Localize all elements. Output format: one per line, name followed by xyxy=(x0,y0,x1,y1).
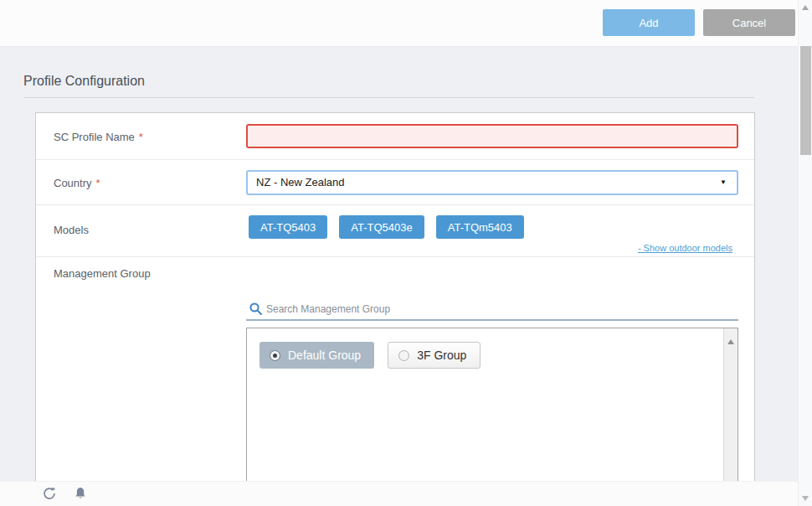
sc-profile-name-label: SC Profile Name* xyxy=(54,130,143,142)
scrollbar-up-icon[interactable] xyxy=(802,5,809,10)
group-option-3f-group[interactable]: 3F Group xyxy=(388,342,481,369)
scrollbar-down-icon[interactable] xyxy=(802,496,809,501)
footer-bar xyxy=(0,481,798,506)
page-scrollbar[interactable] xyxy=(798,0,812,506)
profile-configuration-panel: SC Profile Name* Country* NZ - New Zeala… xyxy=(35,112,755,506)
search-input[interactable] xyxy=(266,301,727,318)
search-icon xyxy=(249,302,263,319)
page-title: Profile Configuration xyxy=(23,74,145,89)
management-group-label: Management Group xyxy=(54,267,151,280)
model-button-at-tqm5403[interactable]: AT-TQm5403 xyxy=(436,215,524,239)
required-asterisk: * xyxy=(96,176,100,188)
radio-selected-icon xyxy=(270,350,280,361)
add-button[interactable]: Add xyxy=(603,9,695,36)
refresh-icon[interactable] xyxy=(42,486,59,503)
sc-profile-name-row: SC Profile Name* xyxy=(36,113,754,160)
management-group-list: Default Group 3F Group xyxy=(246,328,738,505)
sc-profile-name-label-text: SC Profile Name xyxy=(54,130,135,142)
group-list-scrollbar[interactable] xyxy=(723,328,737,505)
management-group-row: Management Group Default Group xyxy=(36,257,754,505)
bell-icon[interactable] xyxy=(73,486,90,503)
radio-unselected-icon xyxy=(398,350,409,361)
app-viewport: Add Cancel Profile Configuration SC Prof… xyxy=(0,0,812,506)
required-asterisk: * xyxy=(139,130,143,142)
country-selected-value: NZ - New Zealand xyxy=(256,176,344,188)
scroll-up-icon[interactable] xyxy=(727,339,734,344)
models-label: Models xyxy=(54,224,89,236)
cancel-button[interactable]: Cancel xyxy=(703,9,795,36)
country-label-text: Country xyxy=(54,176,92,188)
scrollbar-thumb[interactable] xyxy=(800,46,811,155)
models-row: Models AT-TQ5403 AT-TQ5403e AT-TQm5403 -… xyxy=(36,205,754,257)
management-group-search xyxy=(246,299,738,321)
top-action-bar: Add Cancel xyxy=(0,0,798,47)
model-buttons: AT-TQ5403 AT-TQ5403e AT-TQm5403 xyxy=(249,215,524,239)
model-button-at-tq5403[interactable]: AT-TQ5403 xyxy=(249,215,327,239)
country-label: Country* xyxy=(54,176,100,188)
show-outdoor-models-link[interactable]: - Show outdoor models xyxy=(638,243,732,253)
group-items: Default Group 3F Group xyxy=(260,342,481,369)
group-option-label: Default Group xyxy=(288,349,361,362)
country-select[interactable]: NZ - New Zealand ▼ xyxy=(246,170,738,195)
title-divider xyxy=(23,97,755,98)
sc-profile-name-input[interactable] xyxy=(246,124,738,148)
country-row: Country* NZ - New Zealand ▼ xyxy=(36,160,754,205)
group-option-default-group[interactable]: Default Group xyxy=(260,342,374,369)
chevron-down-icon: ▼ xyxy=(720,172,727,194)
group-option-label: 3F Group xyxy=(417,349,466,362)
model-button-at-tq5403e[interactable]: AT-TQ5403e xyxy=(339,215,424,239)
